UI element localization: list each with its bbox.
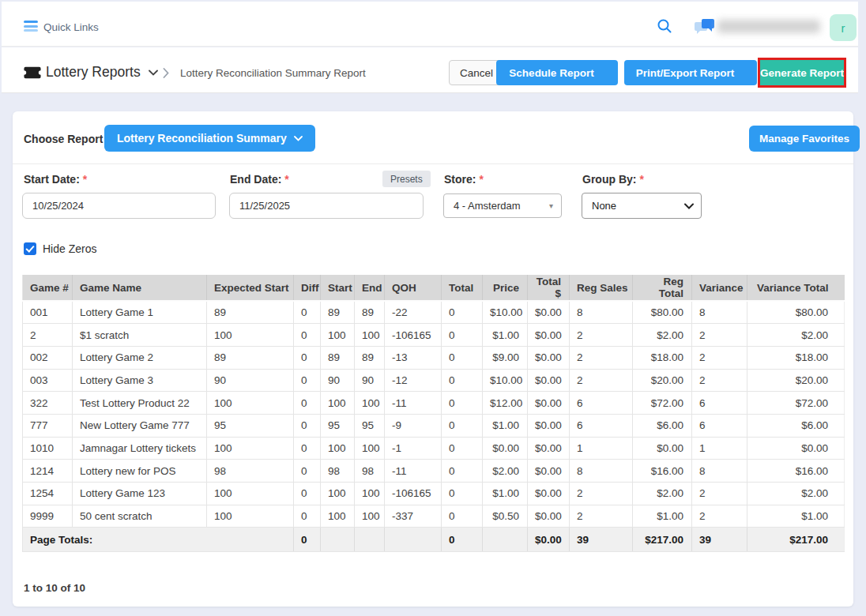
print-export-report-button[interactable]: Print/Export Report [624, 60, 757, 85]
breadcrumb-separator-icon [163, 67, 169, 81]
table-row: 002Lottery Game 28908989-130$9.00$0.002$… [23, 346, 845, 369]
table-cell: $0.00 [528, 346, 570, 369]
section-title-label: Lottery Reports [46, 64, 141, 81]
table-cell: $72.00 [633, 392, 692, 415]
hamburger-menu-icon[interactable] [24, 21, 38, 32]
table-cell: 0 [294, 437, 321, 460]
page-totals-cell: 0 [442, 528, 483, 552]
table-cell: $20.00 [747, 369, 845, 392]
table-cell: 98 [207, 460, 294, 483]
table-cell: $12.00 [483, 392, 528, 415]
table-cell: Jamnagar Lottery tickets [73, 437, 207, 460]
page-totals-cell [355, 528, 385, 552]
table-cell: 100 [207, 505, 294, 528]
table-row: 003Lottery Game 39009090-120$10.00$0.002… [23, 369, 845, 392]
page-totals-cell: $217.00 [633, 528, 692, 552]
page-totals-cell: $217.00 [747, 528, 845, 552]
table-cell: $80.00 [633, 301, 692, 324]
table-cell: 90 [355, 369, 385, 392]
table-cell: $0.00 [528, 483, 570, 505]
table-cell: $16.00 [747, 460, 845, 483]
table-cell: 0 [294, 483, 321, 505]
table-cell: 89 [321, 346, 355, 369]
table-cell: $1.00 [483, 324, 528, 347]
table-cell: 100 [355, 437, 385, 460]
table-cell: 9999 [23, 505, 73, 528]
search-icon[interactable] [657, 18, 672, 37]
breadcrumb-page-title: Lottery Reconciliation Summary Report [180, 67, 366, 79]
table-header-row: Game #Game NameExpected StartDiffStartEn… [23, 275, 845, 301]
start-date-input[interactable] [22, 193, 216, 219]
table-cell: 89 [355, 346, 385, 369]
table-cell: 2 [570, 346, 633, 369]
schedule-report-button[interactable]: Schedule Report [496, 60, 618, 85]
table-cell: $0.00 [633, 437, 692, 460]
quick-links-link[interactable]: Quick Links [43, 21, 99, 33]
group-by-label: Group By:* [582, 173, 644, 186]
table-cell: 95 [207, 414, 294, 437]
report-type-selected: Lottery Reconciliation Summary [117, 132, 287, 145]
table-row: 1214Lottery new for POS9809898-110$2.00$… [23, 460, 845, 483]
table-cell: 1 [692, 437, 747, 460]
manage-favorites-button[interactable]: Manage Favorites [749, 126, 860, 152]
table-cell: 6 [692, 392, 747, 415]
table-cell: 100 [321, 483, 355, 505]
table-cell: $6.00 [633, 414, 692, 437]
table-cell: $18.00 [747, 346, 845, 369]
table-cell: -13 [385, 346, 442, 369]
messages-icon[interactable] [694, 17, 716, 39]
table-cell: -337 [385, 505, 442, 528]
table-cell: New Lottery Game 777 [73, 414, 207, 437]
page-totals-cell: $0.00 [528, 528, 570, 552]
table-cell: 2 [570, 505, 633, 528]
table-cell: 100 [321, 505, 355, 528]
store-label: Store:* [444, 173, 484, 186]
hide-zeros-checkbox[interactable] [24, 242, 36, 255]
generate-report-button[interactable]: Generate Report [760, 60, 844, 85]
table-cell: 2 [570, 324, 633, 347]
user-avatar[interactable]: r [830, 14, 857, 41]
column-header: Game Name [73, 275, 207, 301]
table-cell: 0 [442, 324, 483, 347]
redacted-username [717, 20, 820, 33]
table-cell: Lottery Game 123 [73, 483, 207, 505]
table-cell: 0 [442, 414, 483, 437]
column-header: Variance Total [747, 275, 845, 301]
ticket-icon [24, 66, 41, 82]
table-cell: $1.00 [633, 505, 692, 528]
presets-button[interactable]: Presets [382, 171, 431, 187]
table-cell: $0.00 [528, 505, 570, 528]
table-cell: $0.00 [528, 414, 570, 437]
table-cell: $20.00 [633, 369, 692, 392]
table-cell: 2 [570, 483, 633, 505]
end-date-input[interactable] [229, 193, 424, 219]
table-row: 322Test Lottery Product 221000100100-110… [23, 392, 845, 415]
group-by-select[interactable]: None [582, 193, 702, 219]
table-cell: Lottery Game 1 [73, 301, 207, 324]
table-row: 777New Lottery Game 7779509595-90$1.00$0… [23, 414, 845, 437]
table-cell: 1010 [23, 437, 73, 460]
table-cell: 0 [294, 346, 321, 369]
report-type-dropdown[interactable]: Lottery Reconciliation Summary [104, 125, 315, 152]
store-dropdown[interactable]: 4 - Amsterdam ▾ [443, 193, 562, 218]
table-cell: 0 [442, 505, 483, 528]
table-cell: -11 [385, 460, 442, 483]
table-cell: 8 [570, 460, 633, 483]
column-header: Start [321, 275, 355, 301]
caret-down-icon: ▾ [549, 201, 553, 210]
table-cell: 8 [570, 301, 633, 324]
column-header: End [355, 275, 385, 301]
table-cell: 8 [692, 460, 747, 483]
table-cell: 95 [355, 414, 385, 437]
table-cell: 50 cent scratch [73, 505, 207, 528]
table-cell: 100 [321, 437, 355, 460]
table-row: 999950 cent scratch1000100100-3370$0.50$… [23, 505, 845, 528]
section-dropdown[interactable]: Lottery Reports [46, 64, 158, 81]
table-cell: 95 [321, 414, 355, 437]
end-date-label: End Date:* [230, 173, 289, 186]
print-export-report-label: Print/Export Report [636, 67, 735, 79]
table-cell: 2 [692, 505, 747, 528]
table-cell: $0.00 [747, 437, 845, 460]
report-table: Game #Game NameExpected StartDiffStartEn… [22, 275, 845, 552]
generate-report-highlight: Generate Report [758, 58, 846, 88]
